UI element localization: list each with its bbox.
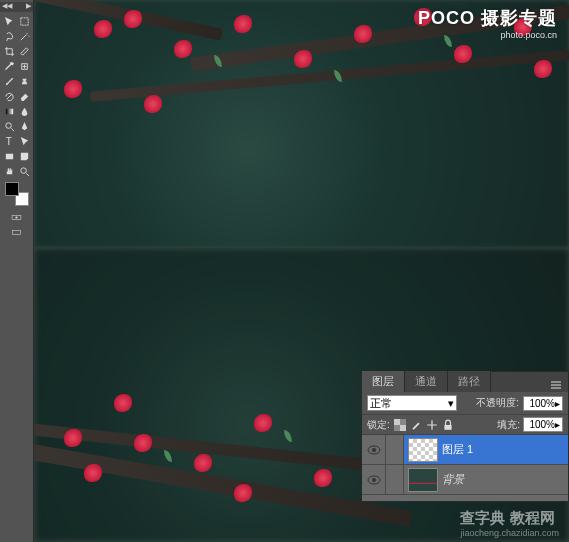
layer-thumbnail[interactable]	[408, 438, 438, 462]
collapse-right-icon[interactable]: ▶	[26, 2, 31, 12]
link-col[interactable]	[386, 435, 404, 464]
screen-mode-toggle[interactable]	[3, 225, 31, 239]
layer-name[interactable]: 图层 1	[442, 442, 473, 457]
slice-tool[interactable]	[17, 44, 31, 58]
history-brush-tool[interactable]	[2, 89, 16, 103]
magic-wand-tool[interactable]	[17, 29, 31, 43]
quick-mask-toggle[interactable]	[3, 210, 31, 224]
blend-mode-select[interactable]: 正常 ▾	[367, 395, 457, 411]
blur-tool[interactable]	[17, 104, 31, 118]
watermark-brand: POCO 摄影专题	[418, 6, 557, 30]
watermark-site: 查字典 教程网	[460, 509, 554, 526]
marquee-tool[interactable]	[17, 14, 31, 28]
lasso-tool[interactable]	[2, 29, 16, 43]
watermark-url: photo.poco.cn	[418, 30, 557, 40]
rectangle-tool[interactable]	[2, 149, 16, 163]
dodge-tool[interactable]	[2, 119, 16, 133]
svg-rect-0	[20, 17, 27, 24]
lock-label: 锁定:	[367, 418, 390, 432]
path-selection-tool[interactable]	[17, 134, 31, 148]
svg-point-8	[15, 216, 17, 218]
lock-pixels-icon[interactable]	[409, 418, 423, 432]
watermark-site-sub: jiaocheng.chazidian.com	[460, 528, 559, 538]
foreground-color-swatch[interactable]	[5, 182, 19, 196]
pen-tool[interactable]	[17, 119, 31, 133]
svg-rect-12	[400, 425, 406, 431]
svg-rect-13	[444, 425, 451, 430]
layer-name[interactable]: 背景	[442, 472, 464, 487]
brush-tool[interactable]	[2, 74, 16, 88]
blend-opacity-row: 正常 ▾ 不透明度: 100%▸	[362, 392, 568, 415]
eraser-tool[interactable]	[17, 89, 31, 103]
link-col[interactable]	[386, 465, 404, 494]
visibility-toggle[interactable]	[362, 435, 386, 464]
lock-fill-row: 锁定: 填充: 100%▸	[362, 415, 568, 435]
layer-item-background[interactable]: 背景	[362, 465, 568, 495]
chevron-right-icon: ▸	[555, 419, 560, 430]
layer-item-1[interactable]: 图层 1	[362, 435, 568, 465]
layer-list-empty	[362, 495, 568, 501]
toolbar-header: ◀◀ ▶	[0, 2, 33, 12]
svg-point-17	[372, 478, 376, 482]
tool-grid: T	[2, 14, 31, 178]
crop-tool[interactable]	[2, 44, 16, 58]
move-tool[interactable]	[2, 14, 16, 28]
panel-menu-icon[interactable]	[544, 380, 568, 392]
svg-rect-11	[394, 419, 400, 425]
tab-layers[interactable]: 图层	[362, 371, 405, 392]
lock-icons	[393, 418, 455, 432]
opacity-label: 不透明度:	[476, 396, 519, 410]
lock-all-icon[interactable]	[441, 418, 455, 432]
svg-point-6	[20, 167, 26, 173]
clone-stamp-tool[interactable]	[17, 74, 31, 88]
collapse-left-icon[interactable]: ◀◀	[2, 2, 12, 12]
chevron-right-icon: ▸	[555, 398, 560, 409]
blend-mode-value: 正常	[370, 396, 392, 411]
tab-channels[interactable]: 通道	[405, 371, 448, 392]
lock-position-icon[interactable]	[425, 418, 439, 432]
notes-tool[interactable]	[17, 149, 31, 163]
type-tool[interactable]: T	[2, 134, 16, 148]
healing-brush-tool[interactable]	[17, 59, 31, 73]
zoom-tool[interactable]	[17, 164, 31, 178]
watermark-top: POCO 摄影专题 photo.poco.cn	[418, 6, 557, 40]
eyedropper-tool[interactable]	[2, 59, 16, 73]
lock-transparency-icon[interactable]	[393, 418, 407, 432]
svg-rect-9	[13, 230, 21, 234]
layer-thumbnail[interactable]	[408, 468, 438, 492]
opacity-input[interactable]: 100%▸	[523, 396, 563, 411]
svg-rect-5	[5, 153, 12, 159]
svg-text:T: T	[5, 136, 11, 147]
visibility-toggle[interactable]	[362, 465, 386, 494]
svg-point-3	[5, 122, 11, 128]
layer-list: 图层 1 背景	[362, 435, 568, 501]
watermark-bottom: 查字典 教程网 jiaocheng.chazidian.com	[460, 509, 559, 538]
hand-tool[interactable]	[2, 164, 16, 178]
image-top: POCO 摄影专题 photo.poco.cn	[34, 0, 569, 248]
panel-tabs: 图层 通道 路径	[362, 372, 568, 392]
color-swatches[interactable]	[5, 182, 29, 206]
tab-paths[interactable]: 路径	[448, 371, 491, 392]
svg-rect-2	[5, 108, 12, 114]
layers-panel: 图层 通道 路径 正常 ▾ 不透明度: 100%▸ 锁定: 填充: 100%▸	[361, 371, 569, 502]
chevron-down-icon: ▾	[448, 397, 454, 410]
fill-input[interactable]: 100%▸	[523, 417, 563, 432]
tools-palette: ◀◀ ▶ T	[0, 0, 34, 542]
fill-label: 填充:	[497, 418, 520, 432]
svg-point-15	[372, 448, 376, 452]
gradient-tool[interactable]	[2, 104, 16, 118]
